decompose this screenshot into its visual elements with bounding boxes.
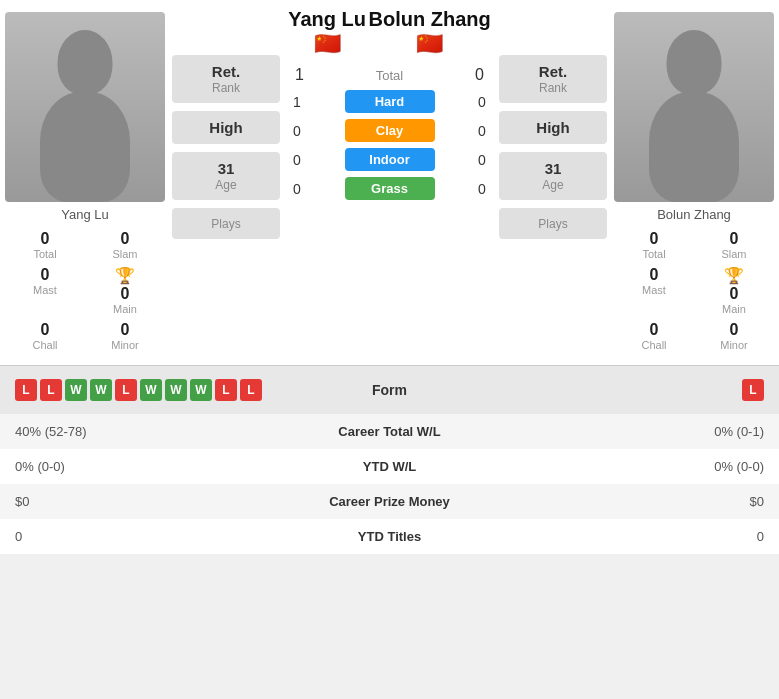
player1-form-badges: LLWWLWWWLL: [15, 379, 262, 401]
player1-minor-lbl: Minor: [111, 339, 139, 351]
player1-trophy-icon: 🏆: [115, 266, 135, 285]
player1-mast-item: 0 Mast: [5, 266, 85, 315]
player2-name-header: Bolun Zhang 🇨🇳: [369, 8, 491, 57]
form-left: LLWWLWWWLL: [15, 379, 265, 401]
player1-rank-val: Ret.: [212, 63, 240, 80]
player2-slam-item: 0 Slam: [694, 230, 774, 260]
player1-main-val: 0: [121, 285, 130, 303]
player2-form-badges: L: [742, 379, 764, 401]
player2-rank-lbl: Rank: [539, 81, 567, 95]
p1-clay-score: 0: [287, 123, 307, 139]
player1-slam-lbl: Slam: [112, 248, 137, 260]
player2-high-val: High: [536, 119, 569, 136]
ytd-titles-row: 0 YTD Titles 0: [0, 519, 779, 554]
names-row: Yang Lu 🇨🇳 Bolun Zhang 🇨🇳: [287, 8, 492, 57]
ytd-wl-right: 0% (0-0): [514, 459, 764, 474]
prize-row: $0 Career Prize Money $0: [0, 484, 779, 519]
ytd-titles-left: 0: [15, 529, 265, 544]
player2-age-val: 31: [545, 160, 562, 177]
player1-flag: 🇨🇳: [314, 31, 341, 57]
form-badge-l: L: [215, 379, 237, 401]
form-badge-w: W: [140, 379, 162, 401]
player2-plays-box: Plays: [499, 208, 607, 239]
prize-left: $0: [15, 494, 265, 509]
career-wl-row: 40% (52-78) Career Total W/L 0% (0-1): [0, 414, 779, 449]
player2-card: Bolun Zhang 0 Total 0 Slam 0 Mast 🏆 0 M: [609, 0, 779, 365]
bottom-stats: 40% (52-78) Career Total W/L 0% (0-1) 0%…: [0, 414, 779, 554]
player1-name-header: Yang Lu 🇨🇳: [288, 8, 366, 57]
player1-mast-lbl: Mast: [33, 284, 57, 296]
player2-slam-val: 0: [730, 230, 739, 248]
form-badge-w: W: [190, 379, 212, 401]
ytd-titles-right: 0: [514, 529, 764, 544]
player2-minor-item: 0 Minor: [694, 321, 774, 351]
total-row: 1 Total 0: [287, 66, 492, 84]
player2-main-lbl: Main: [722, 303, 746, 315]
form-section: LLWWLWWWLL Form L: [0, 365, 779, 414]
player2-mid-stats: Ret. Rank High 31 Age Plays: [497, 0, 609, 365]
player2-minor-val: 0: [730, 321, 739, 339]
player2-age-box: 31 Age: [499, 152, 607, 200]
surface-row-hard: 1 Hard 0: [287, 90, 492, 113]
comparison-section: Yang Lu 0 Total 0 Slam 0 Mast 🏆 0 Main: [0, 0, 779, 365]
player1-minor-val: 0: [121, 321, 130, 339]
player1-avatar: [5, 12, 165, 202]
player1-high-box: High: [172, 111, 280, 144]
player1-plays-box: Plays: [172, 208, 280, 239]
career-wl-left: 40% (52-78): [15, 424, 265, 439]
player1-rank-lbl: Rank: [212, 81, 240, 95]
ytd-titles-center: YTD Titles: [265, 529, 515, 544]
ytd-wl-left: 0% (0-0): [15, 459, 265, 474]
player2-chall-val: 0: [650, 321, 659, 339]
player2-chall-item: 0 Chall: [614, 321, 694, 351]
player2-flag: 🇨🇳: [416, 31, 443, 57]
silhouette-head-right: [667, 30, 722, 95]
prize-right: $0: [514, 494, 764, 509]
form-badge-l: L: [742, 379, 764, 401]
form-right: L: [514, 379, 764, 401]
player1-total-lbl: Total: [33, 248, 56, 260]
form-badge-l: L: [40, 379, 62, 401]
p2-grass-score: 0: [472, 181, 492, 197]
player1-age-box: 31 Age: [172, 152, 280, 200]
form-badge-l: L: [115, 379, 137, 401]
player1-slam-item: 0 Slam: [85, 230, 165, 260]
player2-rank-box: Ret. Rank: [499, 55, 607, 103]
form-badge-w: W: [90, 379, 112, 401]
silhouette-body-left: [40, 92, 130, 202]
hard-badge: Hard: [345, 90, 435, 113]
player2-total-item: 0 Total: [614, 230, 694, 260]
player1-name-big: Yang Lu: [288, 8, 366, 31]
form-badge-w: W: [65, 379, 87, 401]
surface-row-indoor: 0 Indoor 0: [287, 148, 492, 171]
form-badge-l: L: [240, 379, 262, 401]
player2-name: Bolun Zhang: [657, 207, 731, 222]
player2-avatar: [614, 12, 774, 202]
prize-center: Career Prize Money: [265, 494, 515, 509]
clay-badge: Clay: [345, 119, 435, 142]
player1-chall-val: 0: [41, 321, 50, 339]
player1-chall-lbl: Chall: [32, 339, 57, 351]
p2-indoor-score: 0: [472, 152, 492, 168]
indoor-badge: Indoor: [345, 148, 435, 171]
player2-minor-lbl: Minor: [720, 339, 748, 351]
player2-high-box: High: [499, 111, 607, 144]
form-row: LLWWLWWWLL Form L: [15, 372, 764, 408]
player2-stats: 0 Total 0 Slam 0 Mast 🏆 0 Main 0: [614, 230, 774, 357]
total-label: Total: [376, 68, 403, 83]
ytd-wl-row: 0% (0-0) YTD W/L 0% (0-0): [0, 449, 779, 484]
player1-plays-lbl: Plays: [211, 217, 240, 231]
player2-rank-val: Ret.: [539, 63, 567, 80]
p2-hard-score: 0: [472, 94, 492, 110]
player1-name: Yang Lu: [61, 207, 108, 222]
p1-total-score: 1: [287, 66, 312, 84]
player1-rank-box: Ret. Rank: [172, 55, 280, 103]
player1-chall-item: 0 Chall: [5, 321, 85, 351]
player2-slam-lbl: Slam: [721, 248, 746, 260]
player1-age-lbl: Age: [215, 178, 236, 192]
player2-chall-lbl: Chall: [641, 339, 666, 351]
surface-row-clay: 0 Clay 0: [287, 119, 492, 142]
p2-total-score: 0: [467, 66, 492, 84]
silhouette-body-right: [649, 92, 739, 202]
player1-mid-stats: Ret. Rank High 31 Age Plays: [170, 0, 282, 365]
